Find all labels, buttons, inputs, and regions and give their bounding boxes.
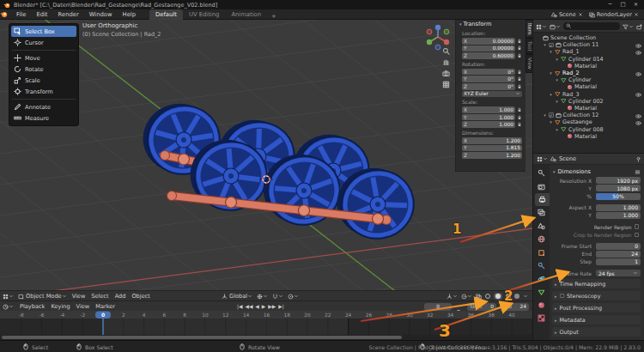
blender-menu-icon[interactable] xyxy=(0,10,8,18)
collection-checkbox[interactable]: ✓ xyxy=(549,43,554,48)
menu-file[interactable]: File xyxy=(11,9,31,20)
tool-rotate[interactable]: Rotate xyxy=(11,64,76,75)
outliner-row-cylinder-008[interactable]: ▾ Cylinder 008 xyxy=(533,125,644,132)
scale-y-field[interactable]: Y 1.000 xyxy=(462,114,515,121)
frame-start-field[interactable]: 0 xyxy=(596,243,641,250)
panel-post-processing[interactable]: ▸ Post Processing xyxy=(552,303,641,313)
shading-options-icon[interactable] xyxy=(523,294,528,299)
gizmo-toggle[interactable] xyxy=(447,293,458,300)
lock-icon[interactable] xyxy=(517,115,522,120)
pan-view-icon[interactable] xyxy=(442,58,450,66)
panel-options-icon[interactable] xyxy=(635,168,641,175)
rotation-mode-dropdown[interactable]: XYZ Euler xyxy=(462,91,522,98)
outliner-row-rad-1[interactable]: ▾ Rad_1 xyxy=(533,48,644,55)
panel-output[interactable]: ▸ Output xyxy=(552,327,641,337)
proportional-edit-toggle[interactable] xyxy=(288,293,299,300)
camera-view-icon[interactable] xyxy=(442,70,450,77)
transport-prev-key-button[interactable]: ◀◀ xyxy=(245,304,252,309)
mode-dropdown[interactable]: Object Mode xyxy=(18,293,67,300)
properties-tab-tool[interactable] xyxy=(533,167,550,179)
panel-time-remapping[interactable]: ▸ Time Remapping xyxy=(552,279,641,288)
shading-wireframe-button[interactable] xyxy=(485,294,490,299)
scale-x-field[interactable]: X 1.000 xyxy=(462,106,515,113)
transport-play-reverse-button[interactable]: ◀ xyxy=(255,304,258,309)
panel-stereoscopy[interactable]: ▸ Stereoscopy xyxy=(552,291,641,300)
lock-icon[interactable] xyxy=(517,46,522,51)
properties-tab-view-layer[interactable] xyxy=(533,206,550,219)
outliner-row-cylinder-014[interactable]: ▾ Cylinder 014 xyxy=(533,56,644,63)
outliner-row-cylinder[interactable]: ▾ Cylinder xyxy=(533,76,644,83)
timeline-menu-view[interactable]: View xyxy=(76,303,90,310)
outliner-row-material[interactable]: Material xyxy=(533,83,644,90)
transport-jump-start-button[interactable]: |◀ xyxy=(237,304,242,309)
sidebar-tab-tool[interactable]: Tool xyxy=(526,38,532,54)
current-frame-field[interactable]: 0 xyxy=(424,303,452,311)
properties-tab-object[interactable] xyxy=(533,246,550,258)
resolution-x-field[interactable]: 1920 px xyxy=(596,177,641,184)
dimensions-z-field[interactable]: Z 1.200 xyxy=(462,152,522,159)
properties-tab-material[interactable] xyxy=(533,299,550,312)
blender-menu-icon[interactable] xyxy=(0,10,8,18)
lock-icon[interactable] xyxy=(517,70,522,75)
tool-select-box[interactable]: Select Box xyxy=(11,26,76,37)
location-z-field[interactable]: Z 0.60000 xyxy=(462,52,515,59)
resolution-percent-slider[interactable]: 50% xyxy=(596,193,641,200)
rotation-x-field[interactable]: X 0° xyxy=(462,69,515,76)
transport-next-key-button[interactable]: ▶▶ xyxy=(268,304,276,309)
collection-checkbox[interactable]: ✓ xyxy=(549,112,554,118)
workspace-tab-animation[interactable]: Animation xyxy=(225,9,267,20)
rotation-z-field[interactable]: Z 0° xyxy=(462,83,515,90)
workspace-tab-default[interactable]: Default xyxy=(149,9,183,20)
outliner-search-input[interactable] xyxy=(563,22,620,30)
transport-play-button[interactable]: ▶ xyxy=(262,304,265,309)
tool-scale[interactable]: Scale xyxy=(11,75,76,86)
outliner-row-collection-12[interactable]: ▾ ✓ Collection 12 xyxy=(533,112,644,118)
properties-tab-world[interactable] xyxy=(533,233,550,246)
lock-icon[interactable] xyxy=(517,39,522,44)
scrollbar-thumb[interactable] xyxy=(2,336,402,339)
workspace-tab-uv-editing[interactable]: UV Editing xyxy=(183,9,225,20)
outliner-row-rad-2[interactable]: ▾ Rad_2 xyxy=(533,70,644,76)
panel-options-icon[interactable] xyxy=(635,169,641,175)
end-field[interactable]: 24 xyxy=(596,251,641,258)
new-collection-button[interactable] xyxy=(636,18,642,34)
stereoscopy-checkbox[interactable] xyxy=(560,294,565,299)
tool-transform[interactable]: Transform xyxy=(11,86,76,97)
timeline-menu-keying[interactable]: Keying xyxy=(51,303,70,310)
y-field[interactable]: 1080 px xyxy=(596,185,641,191)
properties-tab-physics[interactable] xyxy=(533,272,550,285)
minimize-button[interactable]: ─ xyxy=(604,0,617,9)
outliner-row-material[interactable]: Material xyxy=(533,133,644,140)
sidebar-tab-view[interactable]: View xyxy=(526,54,532,73)
dimensions-panel-header[interactable]: ▾ Dimensions xyxy=(551,167,642,176)
dimensions-y-field[interactable]: Y 1.815 xyxy=(462,145,522,152)
location-x-field[interactable]: X 0.00000 xyxy=(462,38,515,45)
orientation-dropdown[interactable]: Global xyxy=(222,293,252,300)
transport-jump-end-button[interactable]: ▶| xyxy=(278,304,283,309)
properties-tab-output[interactable] xyxy=(535,193,550,206)
clear-scene-icon[interactable] xyxy=(578,12,583,17)
zoom-view-icon[interactable] xyxy=(442,47,450,55)
pin-icon[interactable] xyxy=(635,156,641,162)
menu-render[interactable]: Render xyxy=(53,9,84,20)
frame-end-field[interactable]: End 24 xyxy=(500,303,529,311)
outliner-filter-button[interactable] xyxy=(623,18,634,34)
properties-tab-modifiers[interactable] xyxy=(533,259,550,272)
outliner-row-material[interactable]: Material xyxy=(533,105,644,112)
tool-annotate[interactable]: Annotate xyxy=(11,101,76,112)
viewport-menu-object[interactable]: Object xyxy=(131,293,150,300)
menu-edit[interactable]: Edit xyxy=(31,9,52,20)
properties-tab-object-data[interactable] xyxy=(533,286,550,299)
outliner-row-cylinder-002[interactable]: ▾ Cylinder 002 xyxy=(533,98,644,105)
properties-tab-scene[interactable] xyxy=(533,220,550,233)
aspect-x-field[interactable]: 1.000 xyxy=(596,204,641,211)
menu-window[interactable]: Window xyxy=(84,9,118,20)
crop-to-render-region-checkbox[interactable] xyxy=(635,233,640,238)
rotation-y-field[interactable]: Y 0° xyxy=(462,76,515,82)
toggle-ortho-icon[interactable] xyxy=(442,81,450,88)
sidebar-tab-item[interactable]: Item xyxy=(526,20,532,38)
close-button[interactable]: × xyxy=(629,0,642,9)
properties-tab-render[interactable] xyxy=(533,179,550,192)
pivot-dropdown[interactable] xyxy=(257,293,268,300)
scale-z-field[interactable]: Z 1.000 xyxy=(462,121,515,128)
